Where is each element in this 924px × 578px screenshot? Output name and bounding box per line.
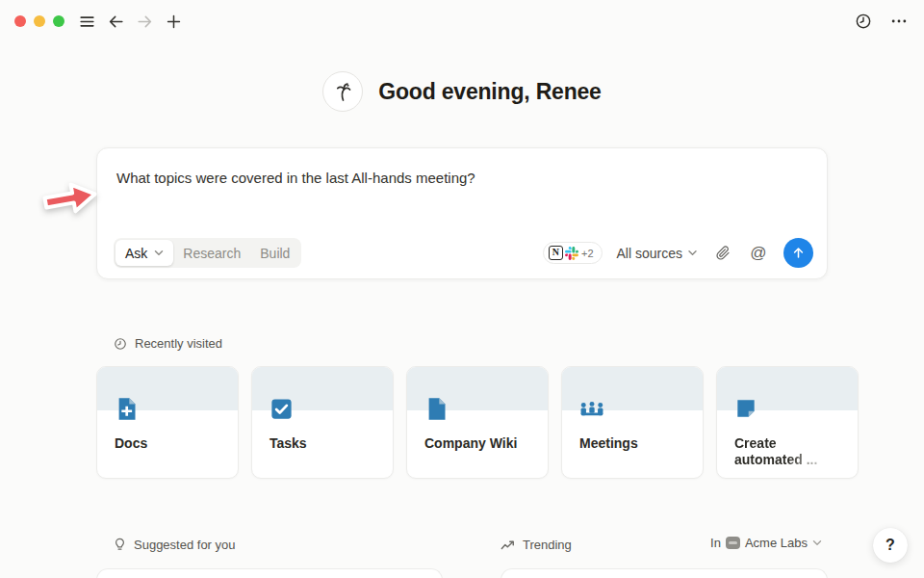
suggested-card[interactable] [96,568,443,578]
card-label: Tasks [270,435,375,452]
card-docs[interactable]: Docs [96,366,239,479]
more-icon [889,12,909,31]
greeting-title: Good evening, Renee [378,79,601,105]
recently-visited-header: Recently visited [114,336,222,351]
sources-pill[interactable]: N +2 [543,242,603,264]
recently-visited-title: Recently visited [135,336,222,351]
send-button[interactable] [783,238,813,268]
card-label: Create automated ... [734,435,840,468]
mode-ask-label: Ask [125,246,147,261]
help-button[interactable]: ? [873,528,908,563]
chevron-down-icon [154,250,164,256]
suggested-header: Suggested for you [114,538,236,552]
clock-icon [114,337,127,351]
chevron-down-icon [812,539,822,546]
back-icon [107,13,125,31]
workspace-logo [726,537,740,549]
menu-button[interactable] [76,10,97,33]
attach-icon [714,245,732,262]
minimize-window-button[interactable] [34,15,45,27]
card-company-wiki[interactable]: Company Wiki [406,366,549,479]
menu-icon [78,13,96,31]
composer-toolbar: Ask Research Build N +2 All sources [114,238,813,268]
attach-button[interactable] [712,243,733,264]
card-meetings[interactable]: Meetings [561,366,704,479]
mode-ask-button[interactable]: Ask [116,240,173,266]
cursor-arrow [38,172,102,224]
zoom-window-button[interactable] [53,15,64,27]
recently-visited-cards: Docs Tasks Company Wiki Meetings [96,366,859,479]
trending-title: Trending [523,538,572,552]
card-label: Meetings [579,435,685,452]
titlebar [0,0,924,42]
card-tasks[interactable]: Tasks [251,366,394,479]
mention-button[interactable]: @ [748,243,769,264]
mode-switcher: Ask Research Build [114,238,301,268]
card-create-automated[interactable]: Create automated ... [716,366,859,479]
more-button[interactable] [888,10,910,33]
task-check-icon [269,396,295,422]
forward-button[interactable] [134,10,155,33]
history-button[interactable] [853,10,874,33]
workspace-scope-dropdown[interactable]: In Acme Labs [710,536,822,550]
mode-build-button[interactable]: Build [250,240,299,266]
card-label: Company Wiki [424,435,530,452]
composer-input[interactable]: What topics were covered in the last All… [97,148,827,188]
scope-prefix: In [710,536,721,550]
lightbulb-icon [114,538,126,552]
meeting-people-icon [578,396,605,423]
back-button[interactable] [105,10,126,33]
send-icon [791,246,806,260]
card-label: Docs [115,435,220,452]
greeting: Good evening, Renee [0,71,924,112]
mode-research-button[interactable]: Research [173,240,250,266]
page-icon [424,396,449,422]
doc-add-icon [114,396,140,422]
note-icon [733,396,758,421]
forward-icon [136,13,154,31]
history-icon [854,12,873,31]
chevron-down-icon [687,250,698,256]
all-sources-label: All sources [617,246,682,261]
scope-name: Acme Labs [745,536,808,550]
all-sources-dropdown[interactable]: All sources [617,246,698,261]
new-tab-icon [165,13,183,31]
composer: What topics were covered in the last All… [96,147,828,279]
palm-tree-icon [322,71,363,112]
close-window-button[interactable] [14,15,26,27]
trending-header: Trending [500,538,572,552]
extra-sources-count: +2 [581,248,594,259]
trending-icon [500,539,515,551]
window-controls [14,15,64,27]
notion-icon: N [549,246,563,260]
new-tab-button[interactable] [163,10,184,33]
trending-card[interactable] [500,568,828,578]
slack-icon [565,247,578,260]
suggested-title: Suggested for you [134,538,236,552]
